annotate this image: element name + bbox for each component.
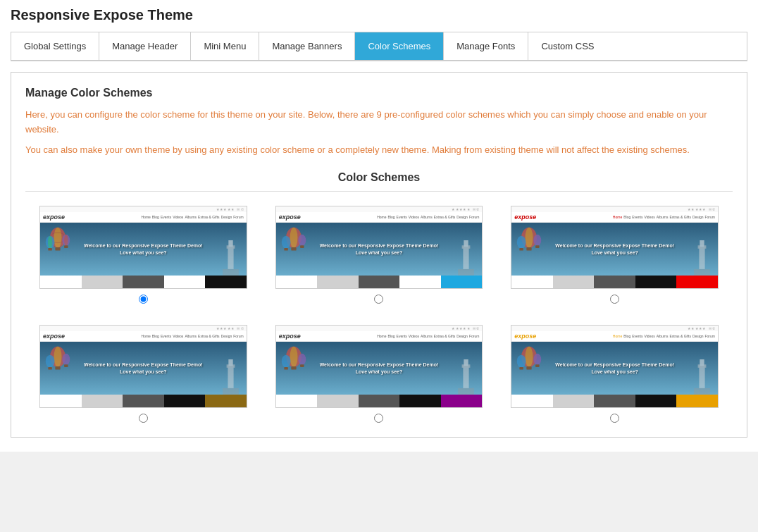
svg-point-65 <box>534 354 542 365</box>
scheme-radio-1[interactable] <box>139 295 148 304</box>
svg-rect-58 <box>464 359 468 366</box>
svg-rect-44 <box>64 365 68 368</box>
svg-point-39 <box>54 347 62 367</box>
thumb-hero-text-2: Welcome to our Responsive Expose Theme D… <box>320 242 439 256</box>
svg-point-50 <box>290 347 297 367</box>
svg-rect-47 <box>228 359 232 366</box>
svg-rect-64 <box>520 367 523 370</box>
svg-rect-37 <box>694 269 710 276</box>
svg-rect-56 <box>464 366 469 388</box>
thumb-hero-5: Welcome to our Responsive Expose Theme D… <box>276 342 483 395</box>
scheme-radio-6[interactable] <box>610 414 619 423</box>
thumb-header-3: expose Home Blog Events Videos Albums Ex… <box>511 212 718 223</box>
thumb-color-1-2 <box>82 276 123 288</box>
thumb-header-5: expose Home Blog Events Videos Albums Ex… <box>276 331 483 342</box>
svg-point-43 <box>62 354 70 365</box>
svg-rect-53 <box>284 367 287 370</box>
scheme-thumbnail-1[interactable]: ★ ★ ★ ★ ★ ✉ ✆ expose Home Blog Events Vi… <box>39 206 247 289</box>
thumb-color-1-5 <box>205 276 247 288</box>
thumb-color-1-3 <box>123 276 164 288</box>
tab-manage-banners[interactable]: Manage Banners <box>259 32 355 60</box>
thumb-color-1-4 <box>164 276 206 288</box>
thumb-color-3-2 <box>553 276 595 288</box>
thumb-colors-3 <box>511 276 718 288</box>
svg-point-21 <box>298 235 306 246</box>
svg-point-30 <box>517 236 526 249</box>
thumb-hero-6: Welcome to our Responsive Expose Theme D… <box>511 342 718 395</box>
svg-rect-11 <box>64 246 68 249</box>
svg-point-52 <box>281 355 290 368</box>
tab-color-schemes[interactable]: Color Schemes <box>355 32 444 60</box>
svg-rect-48 <box>223 388 239 395</box>
scheme-thumbnail-6[interactable]: ★ ★ ★ ★ ★ ✉ ✆ expose Home Blog Events Vi… <box>511 325 719 408</box>
content-area: Manage Color Schemes Here, you can confi… <box>11 72 747 438</box>
svg-rect-67 <box>699 366 704 388</box>
scheme-thumbnail-4[interactable]: ★ ★ ★ ★ ★ ✉ ✆ expose Home Blog Events Vi… <box>39 325 247 408</box>
svg-rect-62 <box>527 366 532 370</box>
thumb-color-3-1 <box>511 276 553 288</box>
thumb-colors-6 <box>511 395 718 407</box>
svg-rect-14 <box>228 240 232 247</box>
tab-manage-fonts[interactable]: Manage Fonts <box>444 32 528 60</box>
thumb-color-3-3 <box>594 276 635 288</box>
thumb-colors-4 <box>40 395 247 407</box>
tab-manage-header[interactable]: Manage Header <box>99 32 191 60</box>
thumb-color-4-1 <box>40 395 82 407</box>
thumb-header-6: expose Home Blog Events Videos Albums Ex… <box>511 331 718 342</box>
thumb-top-icons-6: ★ ★ ★ ★ ★ ✉ ✆ <box>511 326 718 331</box>
svg-rect-22 <box>300 246 304 249</box>
thumb-color-2-1 <box>276 276 318 288</box>
tab-global-settings[interactable]: Global Settings <box>11 32 99 60</box>
thumb-logo-3: expose <box>514 214 536 221</box>
svg-point-17 <box>290 228 297 248</box>
thumb-color-3-4 <box>635 276 677 288</box>
svg-rect-12 <box>228 247 233 269</box>
thumb-top-icons-5: ★ ★ ★ ★ ★ ✉ ✆ <box>276 326 483 331</box>
thumb-color-5-5 <box>441 395 483 407</box>
scheme-radio-3[interactable] <box>610 295 619 304</box>
scheme-thumbnail-3[interactable]: ★ ★ ★ ★ ★ ✉ ✆ expose Home Blog Events Vi… <box>511 206 719 289</box>
svg-rect-42 <box>48 367 51 370</box>
thumb-nav-4: Home Blog Events Videos Albums Extras & … <box>67 334 244 338</box>
thumb-hero-3: Welcome to our Responsive Expose Theme D… <box>511 223 718 276</box>
scheme-radio-5[interactable] <box>374 414 383 423</box>
tab-mini-menu[interactable]: Mini Menu <box>191 32 259 60</box>
svg-point-19 <box>281 236 290 249</box>
scheme-thumbnail-2[interactable]: ★ ★ ★ ★ ★ ✉ ✆ expose Home Blog Events Vi… <box>275 206 483 289</box>
scheme-card-6: ★ ★ ★ ★ ★ ✉ ✆ expose Home Blog Events Vi… <box>511 325 719 423</box>
scheme-card-1: ★ ★ ★ ★ ★ ✉ ✆ expose Home Blog Events Vi… <box>39 206 247 304</box>
svg-rect-51 <box>291 366 296 370</box>
scheme-thumbnail-5[interactable]: ★ ★ ★ ★ ★ ✉ ✆ expose Home Blog Events Vi… <box>275 325 483 408</box>
svg-rect-40 <box>55 366 60 370</box>
svg-rect-26 <box>458 269 474 276</box>
thumb-color-2-3 <box>359 276 400 288</box>
tab-custom-css[interactable]: Custom CSS <box>528 32 607 60</box>
svg-point-61 <box>526 347 533 367</box>
svg-rect-69 <box>700 359 704 366</box>
thumb-logo-5: expose <box>279 333 301 340</box>
thumb-header-2: expose Home Blog Events Videos Albums Ex… <box>276 212 483 223</box>
scheme-radio-2[interactable] <box>374 295 383 304</box>
thumb-hero-text-4: Welcome to our Responsive Expose Theme D… <box>84 361 203 376</box>
svg-rect-36 <box>700 240 704 247</box>
thumb-color-6-2 <box>553 395 595 407</box>
scheme-card-2: ★ ★ ★ ★ ★ ✉ ✆ expose Home Blog Events Vi… <box>275 206 483 304</box>
thumb-hero-text-1: Welcome to our Responsive Expose Theme D… <box>84 242 203 256</box>
thumb-logo-1: expose <box>43 214 65 221</box>
svg-point-28 <box>526 228 533 248</box>
svg-rect-18 <box>291 247 296 251</box>
thumb-hero-text-3: Welcome to our Responsive Expose Theme D… <box>555 242 674 256</box>
thumb-hero-text-6: Welcome to our Responsive Expose Theme D… <box>555 361 674 376</box>
thumb-color-6-5 <box>676 395 718 407</box>
svg-rect-23 <box>464 247 469 269</box>
svg-point-1 <box>54 228 62 248</box>
svg-rect-3 <box>55 247 60 251</box>
info-text-2: You can also make your own theme by usin… <box>25 143 733 158</box>
color-schemes-heading: Color Schemes <box>25 171 733 184</box>
thumb-hero-2: Welcome to our Responsive Expose Theme D… <box>276 223 483 276</box>
scheme-radio-4[interactable] <box>139 414 148 423</box>
thumb-top-icons-1: ★ ★ ★ ★ ★ ✉ ✆ <box>40 206 247 212</box>
thumb-color-6-3 <box>594 395 635 407</box>
thumb-header-1: expose Home Blog Events Videos Albums Ex… <box>40 212 247 223</box>
svg-point-10 <box>64 235 68 246</box>
